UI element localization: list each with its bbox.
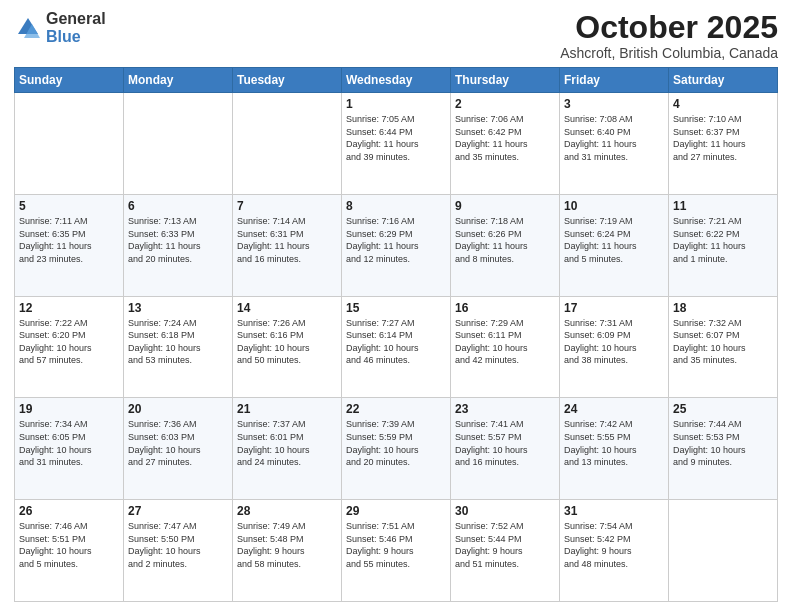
day-info: Sunrise: 7:42 AMSunset: 5:55 PMDaylight:… xyxy=(564,418,664,468)
calendar-cell-w5-d4: 29Sunrise: 7:51 AMSunset: 5:46 PMDayligh… xyxy=(342,500,451,602)
day-info: Sunrise: 7:47 AMSunset: 5:50 PMDaylight:… xyxy=(128,520,228,570)
day-info: Sunrise: 7:49 AMSunset: 5:48 PMDaylight:… xyxy=(237,520,337,570)
day-number: 19 xyxy=(19,402,119,416)
calendar-cell-w5-d3: 28Sunrise: 7:49 AMSunset: 5:48 PMDayligh… xyxy=(233,500,342,602)
day-number: 22 xyxy=(346,402,446,416)
day-info: Sunrise: 7:27 AMSunset: 6:14 PMDaylight:… xyxy=(346,317,446,367)
day-info: Sunrise: 7:32 AMSunset: 6:07 PMDaylight:… xyxy=(673,317,773,367)
day-number: 1 xyxy=(346,97,446,111)
day-info: Sunrise: 7:46 AMSunset: 5:51 PMDaylight:… xyxy=(19,520,119,570)
day-number: 8 xyxy=(346,199,446,213)
calendar-cell-w5-d2: 27Sunrise: 7:47 AMSunset: 5:50 PMDayligh… xyxy=(124,500,233,602)
day-number: 5 xyxy=(19,199,119,213)
logo-text: General Blue xyxy=(46,10,106,45)
day-number: 24 xyxy=(564,402,664,416)
calendar-table: Sunday Monday Tuesday Wednesday Thursday… xyxy=(14,67,778,602)
calendar-cell-w1-d5: 2Sunrise: 7:06 AMSunset: 6:42 PMDaylight… xyxy=(451,93,560,195)
day-number: 13 xyxy=(128,301,228,315)
day-info: Sunrise: 7:11 AMSunset: 6:35 PMDaylight:… xyxy=(19,215,119,265)
calendar-cell-w3-d5: 16Sunrise: 7:29 AMSunset: 6:11 PMDayligh… xyxy=(451,296,560,398)
day-number: 28 xyxy=(237,504,337,518)
day-number: 27 xyxy=(128,504,228,518)
day-number: 12 xyxy=(19,301,119,315)
day-number: 16 xyxy=(455,301,555,315)
calendar-cell-w1-d1 xyxy=(15,93,124,195)
day-number: 11 xyxy=(673,199,773,213)
calendar-cell-w1-d7: 4Sunrise: 7:10 AMSunset: 6:37 PMDaylight… xyxy=(669,93,778,195)
day-info: Sunrise: 7:14 AMSunset: 6:31 PMDaylight:… xyxy=(237,215,337,265)
calendar-cell-w5-d6: 31Sunrise: 7:54 AMSunset: 5:42 PMDayligh… xyxy=(560,500,669,602)
calendar-cell-w2-d6: 10Sunrise: 7:19 AMSunset: 6:24 PMDayligh… xyxy=(560,194,669,296)
col-thursday: Thursday xyxy=(451,68,560,93)
calendar-cell-w1-d3 xyxy=(233,93,342,195)
logo-icon xyxy=(14,14,42,42)
day-number: 9 xyxy=(455,199,555,213)
calendar-cell-w3-d4: 15Sunrise: 7:27 AMSunset: 6:14 PMDayligh… xyxy=(342,296,451,398)
day-info: Sunrise: 7:31 AMSunset: 6:09 PMDaylight:… xyxy=(564,317,664,367)
day-number: 23 xyxy=(455,402,555,416)
day-number: 17 xyxy=(564,301,664,315)
day-info: Sunrise: 7:34 AMSunset: 6:05 PMDaylight:… xyxy=(19,418,119,468)
day-number: 14 xyxy=(237,301,337,315)
day-number: 20 xyxy=(128,402,228,416)
col-sunday: Sunday xyxy=(15,68,124,93)
day-number: 18 xyxy=(673,301,773,315)
day-number: 15 xyxy=(346,301,446,315)
calendar-cell-w4-d1: 19Sunrise: 7:34 AMSunset: 6:05 PMDayligh… xyxy=(15,398,124,500)
day-info: Sunrise: 7:19 AMSunset: 6:24 PMDaylight:… xyxy=(564,215,664,265)
day-info: Sunrise: 7:39 AMSunset: 5:59 PMDaylight:… xyxy=(346,418,446,468)
calendar-cell-w2-d2: 6Sunrise: 7:13 AMSunset: 6:33 PMDaylight… xyxy=(124,194,233,296)
calendar-cell-w4-d6: 24Sunrise: 7:42 AMSunset: 5:55 PMDayligh… xyxy=(560,398,669,500)
day-info: Sunrise: 7:05 AMSunset: 6:44 PMDaylight:… xyxy=(346,113,446,163)
day-info: Sunrise: 7:21 AMSunset: 6:22 PMDaylight:… xyxy=(673,215,773,265)
calendar-week-5: 26Sunrise: 7:46 AMSunset: 5:51 PMDayligh… xyxy=(15,500,778,602)
logo-blue-text: Blue xyxy=(46,28,106,46)
day-info: Sunrise: 7:29 AMSunset: 6:11 PMDaylight:… xyxy=(455,317,555,367)
day-info: Sunrise: 7:26 AMSunset: 6:16 PMDaylight:… xyxy=(237,317,337,367)
page: General Blue October 2025 Ashcroft, Brit… xyxy=(0,0,792,612)
calendar-cell-w3-d6: 17Sunrise: 7:31 AMSunset: 6:09 PMDayligh… xyxy=(560,296,669,398)
calendar-cell-w4-d5: 23Sunrise: 7:41 AMSunset: 5:57 PMDayligh… xyxy=(451,398,560,500)
calendar-cell-w1-d2 xyxy=(124,93,233,195)
calendar-week-2: 5Sunrise: 7:11 AMSunset: 6:35 PMDaylight… xyxy=(15,194,778,296)
calendar-week-1: 1Sunrise: 7:05 AMSunset: 6:44 PMDaylight… xyxy=(15,93,778,195)
day-info: Sunrise: 7:13 AMSunset: 6:33 PMDaylight:… xyxy=(128,215,228,265)
day-info: Sunrise: 7:08 AMSunset: 6:40 PMDaylight:… xyxy=(564,113,664,163)
title-block: October 2025 Ashcroft, British Columbia,… xyxy=(560,10,778,61)
calendar-cell-w4-d4: 22Sunrise: 7:39 AMSunset: 5:59 PMDayligh… xyxy=(342,398,451,500)
calendar-header-row: Sunday Monday Tuesday Wednesday Thursday… xyxy=(15,68,778,93)
calendar-week-3: 12Sunrise: 7:22 AMSunset: 6:20 PMDayligh… xyxy=(15,296,778,398)
col-wednesday: Wednesday xyxy=(342,68,451,93)
day-info: Sunrise: 7:16 AMSunset: 6:29 PMDaylight:… xyxy=(346,215,446,265)
day-number: 4 xyxy=(673,97,773,111)
day-info: Sunrise: 7:24 AMSunset: 6:18 PMDaylight:… xyxy=(128,317,228,367)
day-number: 3 xyxy=(564,97,664,111)
day-number: 25 xyxy=(673,402,773,416)
calendar-cell-w3-d2: 13Sunrise: 7:24 AMSunset: 6:18 PMDayligh… xyxy=(124,296,233,398)
calendar-cell-w4-d7: 25Sunrise: 7:44 AMSunset: 5:53 PMDayligh… xyxy=(669,398,778,500)
day-info: Sunrise: 7:37 AMSunset: 6:01 PMDaylight:… xyxy=(237,418,337,468)
day-info: Sunrise: 7:22 AMSunset: 6:20 PMDaylight:… xyxy=(19,317,119,367)
col-friday: Friday xyxy=(560,68,669,93)
col-saturday: Saturday xyxy=(669,68,778,93)
calendar-cell-w2-d1: 5Sunrise: 7:11 AMSunset: 6:35 PMDaylight… xyxy=(15,194,124,296)
calendar-cell-w5-d1: 26Sunrise: 7:46 AMSunset: 5:51 PMDayligh… xyxy=(15,500,124,602)
day-number: 30 xyxy=(455,504,555,518)
day-info: Sunrise: 7:44 AMSunset: 5:53 PMDaylight:… xyxy=(673,418,773,468)
day-info: Sunrise: 7:36 AMSunset: 6:03 PMDaylight:… xyxy=(128,418,228,468)
col-tuesday: Tuesday xyxy=(233,68,342,93)
day-info: Sunrise: 7:41 AMSunset: 5:57 PMDaylight:… xyxy=(455,418,555,468)
logo-general-text: General xyxy=(46,10,106,28)
day-number: 21 xyxy=(237,402,337,416)
day-number: 31 xyxy=(564,504,664,518)
day-info: Sunrise: 7:18 AMSunset: 6:26 PMDaylight:… xyxy=(455,215,555,265)
day-number: 2 xyxy=(455,97,555,111)
title-location: Ashcroft, British Columbia, Canada xyxy=(560,45,778,61)
day-info: Sunrise: 7:52 AMSunset: 5:44 PMDaylight:… xyxy=(455,520,555,570)
calendar-cell-w4-d2: 20Sunrise: 7:36 AMSunset: 6:03 PMDayligh… xyxy=(124,398,233,500)
day-number: 29 xyxy=(346,504,446,518)
calendar-cell-w2-d3: 7Sunrise: 7:14 AMSunset: 6:31 PMDaylight… xyxy=(233,194,342,296)
calendar-cell-w5-d5: 30Sunrise: 7:52 AMSunset: 5:44 PMDayligh… xyxy=(451,500,560,602)
calendar-week-4: 19Sunrise: 7:34 AMSunset: 6:05 PMDayligh… xyxy=(15,398,778,500)
header: General Blue October 2025 Ashcroft, Brit… xyxy=(14,10,778,61)
